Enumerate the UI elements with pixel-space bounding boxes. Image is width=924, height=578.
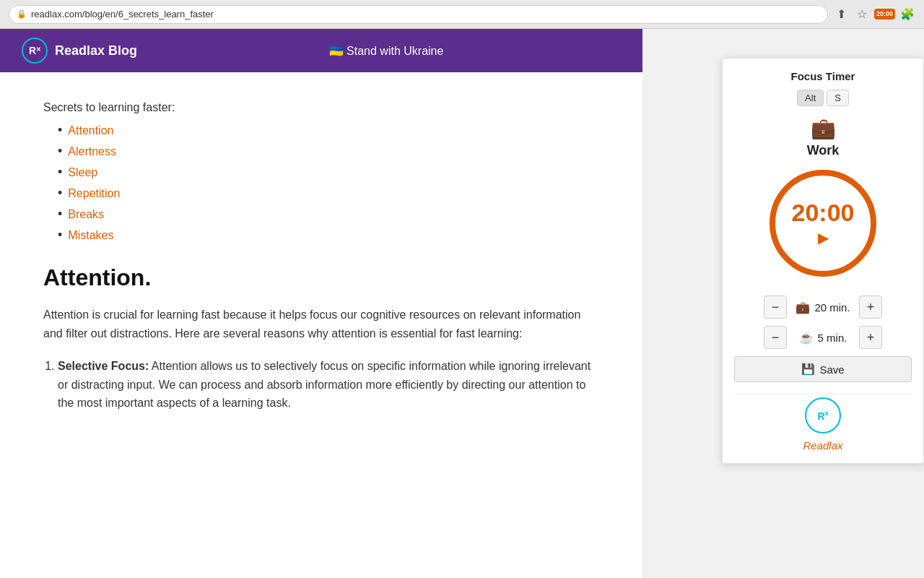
list-link-repetition[interactable]: Repetition xyxy=(68,187,120,200)
list-item: Sleep xyxy=(58,165,599,180)
address-bar[interactable]: 🔒 readlax.com/blog/en/6_secrets_learn_fa… xyxy=(9,5,828,24)
list-link-alertness[interactable]: Alertness xyxy=(68,145,116,158)
save-icon: 💾 xyxy=(801,363,815,376)
break-control-row: − ☕ 5 min. + xyxy=(734,326,912,349)
readlax-name-part2: lax xyxy=(829,439,842,452)
focus-timer-title: Focus Timer xyxy=(734,70,912,82)
list-item: Attention xyxy=(58,123,599,138)
footer-logo-text: Rx xyxy=(817,410,828,422)
article-intro: Secrets to learning faster: xyxy=(43,101,599,114)
readlax-logo-icon: Rˣ xyxy=(22,38,48,64)
page-wrapper: Rˣ Readlax Blog 🇺🇦 Stand with Ukraine Se… xyxy=(0,29,924,578)
ukraine-banner: 🇺🇦 Stand with Ukraine xyxy=(152,44,621,58)
article-paragraph-1: Attention is crucial for learning fast b… xyxy=(43,306,599,342)
readlax-footer-logo: Rx xyxy=(805,397,841,434)
browser-actions: ⬆ ☆ 20:00 🧩 xyxy=(834,7,915,22)
break-minutes-text: 5 min. xyxy=(818,332,847,344)
play-button[interactable]: ▶ xyxy=(818,229,829,246)
timer-badge[interactable]: 20:00 xyxy=(874,9,895,20)
readlax-name-part1: Read xyxy=(803,439,829,452)
timer-circle-inner: 20:00 ▶ xyxy=(765,165,881,281)
article-body: Secrets to learning faster: Attention Al… xyxy=(0,72,642,447)
readlax-footer: Rx Readlax xyxy=(734,394,912,452)
save-button[interactable]: 💾 Save xyxy=(734,356,912,382)
timer-circle-container: 20:00 ▶ xyxy=(734,165,912,281)
list-item: Mistakes xyxy=(58,228,599,243)
work-label: Work xyxy=(807,143,840,158)
list-item: Alertness xyxy=(58,144,599,159)
section-title: Attention. xyxy=(43,264,599,291)
work-minutes-text: 20 min. xyxy=(814,301,850,314)
ol-item-1: Selective Focus: Attention allows us to … xyxy=(58,357,599,413)
lock-icon: 🔒 xyxy=(17,9,27,19)
timer-circle[interactable]: 20:00 ▶ xyxy=(765,165,881,281)
work-plus-button[interactable]: + xyxy=(859,296,882,319)
timer-mode-buttons: Alt S xyxy=(734,90,912,106)
work-time-label: 💼 20 min. xyxy=(794,301,852,314)
list-link-mistakes[interactable]: Mistakes xyxy=(68,229,113,242)
break-time-label: ☕ 5 min. xyxy=(794,331,852,345)
save-label: Save xyxy=(819,363,844,376)
timer-display: 20:00 xyxy=(792,200,855,225)
briefcase-icon: 💼 xyxy=(734,116,912,140)
blog-content: Rˣ Readlax Blog 🇺🇦 Stand with Ukraine Se… xyxy=(0,29,642,578)
ol-item-1-title: Selective Focus: xyxy=(58,360,149,372)
briefcase-small-icon: 💼 xyxy=(796,301,810,314)
focus-timer-popup: Focus Timer Alt S 💼 Work 20:00 ▶ xyxy=(722,58,924,464)
extension-icon[interactable]: 🧩 xyxy=(899,7,915,22)
work-section: 💼 Work xyxy=(734,116,912,158)
list-link-breaks[interactable]: Breaks xyxy=(68,208,104,221)
url-text: readlax.com/blog/en/6_secrets_learn_fast… xyxy=(31,9,214,20)
list-link-attention[interactable]: Attention xyxy=(68,124,113,137)
browser-chrome: 🔒 readlax.com/blog/en/6_secrets_learn_fa… xyxy=(0,0,924,29)
timer-mode-alt-button[interactable]: Alt xyxy=(797,90,824,106)
blog-header: Rˣ Readlax Blog 🇺🇦 Stand with Ukraine xyxy=(0,29,642,72)
article-list: Attention Alertness Sleep Repetition Bre… xyxy=(58,123,599,243)
list-item: Repetition xyxy=(58,186,599,201)
list-link-sleep[interactable]: Sleep xyxy=(68,166,97,179)
break-minus-button[interactable]: − xyxy=(764,326,787,349)
star-icon[interactable]: ☆ xyxy=(854,7,870,22)
blog-logo: Rˣ Readlax Blog xyxy=(22,38,137,64)
readlax-footer-name: Readlax xyxy=(734,439,912,452)
article-ordered-list: Selective Focus: Attention allows us to … xyxy=(58,357,599,413)
share-icon[interactable]: ⬆ xyxy=(834,7,850,22)
blog-title: Readlax Blog xyxy=(55,43,137,59)
work-control-row: − 💼 20 min. + xyxy=(734,296,912,319)
break-plus-button[interactable]: + xyxy=(859,326,882,349)
work-minus-button[interactable]: − xyxy=(764,296,787,319)
list-item: Breaks xyxy=(58,207,599,222)
coffee-icon: ☕ xyxy=(799,331,814,345)
timer-mode-s-button[interactable]: S xyxy=(827,90,849,106)
